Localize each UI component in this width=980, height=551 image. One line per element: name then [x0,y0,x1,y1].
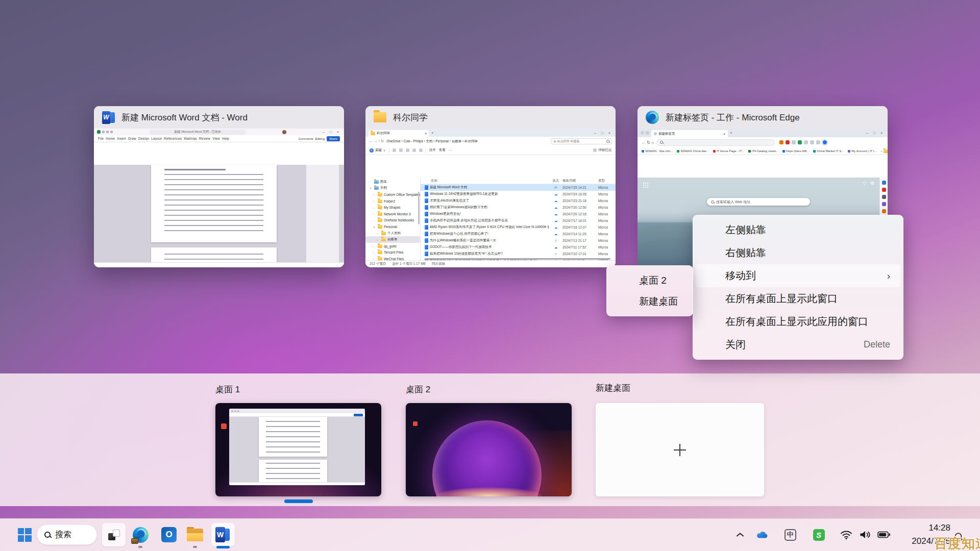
explorer-status-bar: 212 个项目 选中 1 个项目 1.17 MB 同步就绪 [365,260,616,267]
onedrive-icon[interactable] [754,525,770,544]
search-label: 搜索 [55,530,71,540]
explorer-sidebar: ›图库 ∨文档 ›Custom Office Templates ›Folder… [365,178,421,260]
submenu-item-new-desktop[interactable]: 新建桌面 [609,291,690,312]
window-thumbnail-word[interactable]: W 新建 Microsoft Word 文档 - Word 新建 Microso… [94,106,344,267]
edge-tab-strip: 新建标签页 × + – □ × [638,129,888,137]
menu-item-move-to[interactable]: 移动到 › [696,264,900,287]
menu-item-close[interactable]: 关闭 Delete [696,333,900,356]
submenu-arrow-icon: › [887,270,890,282]
desktop1-label: 桌面 1 [215,384,240,395]
file-row: 手机内存不记得选择,表现出日记,让你想多久都不会丢☁2024/7/17 16:0… [421,217,616,224]
start-button[interactable] [13,523,36,546]
share-button: Share [327,136,340,141]
desktop-app-icon [221,423,227,429]
sidebar-scrollbar [418,192,420,224]
redo-icon [110,131,113,133]
battery-icon[interactable] [876,525,892,544]
sidebar-item: ›qq_guild [365,243,420,249]
edge-titlebar: 新建标签页 - 工作 - Microsoft Edge [638,106,888,129]
details-icon [593,148,597,152]
taskbar-edge-button[interactable] [129,523,152,546]
explorer-file-list: 名称 状态 修改日期 类型 新建 Microsoft Word 文档⟳2024/… [421,178,616,260]
edge-favorites-bar: SDWAN - Site info... SDWAN China das... … [638,147,888,155]
file-row: 为什么Windows够的系统一直是固件重装一次✓2024/7/13 21:17M… [421,237,616,244]
menu-item-show-window-all-desktops[interactable]: 在所有桌面上显示此窗口 [696,287,900,310]
submenu-item-desktop2[interactable]: 桌面 2 [609,270,690,291]
taskbar-outlook-button[interactable]: O [157,523,181,546]
hidden-icons-chevron[interactable] [734,525,746,544]
search-icon [606,140,609,143]
cut-icon [393,148,396,152]
file-row: AMD Ryzen 9000系列等不及了,Ryzen 9 9GX CPU 性能比… [421,224,616,231]
folder-icon [371,132,375,135]
nav-arrows-icon: ← ↻ ⌂ [642,140,654,145]
desktop2-thumbnail[interactable] [406,403,572,496]
autosave-toggle-icon [97,130,101,134]
windows-logo-icon [18,528,32,542]
tab-actions-icon [646,131,649,135]
document-page-1 [151,165,277,242]
plus-icon [674,444,686,456]
taskbar-explorer-button[interactable] [183,523,207,546]
plus-icon: + [370,148,374,153]
task-view-button[interactable] [102,523,126,546]
bookmark: SDWAN China das... [677,149,709,153]
watermark: 百度知道 [934,535,980,551]
window-controls: – □ × [866,131,885,135]
explorer-toolbar: + 新建 ∨ 排序 查看 ··· 详细信息 [365,146,616,155]
volume-icon[interactable] [857,525,872,544]
word-side-panel [306,165,339,262]
address-bar [656,139,775,146]
running-indicator [193,546,197,548]
new-desktop-label: 新建桌面 [596,382,630,394]
bookmark: My Account | IT l... [848,149,876,153]
gear-icon: ⚙ [870,181,874,186]
sort-button: 排序 [429,148,436,153]
ime-indicator[interactable]: 中 [783,525,797,544]
menu-item-show-app-all-desktops[interactable]: 在所有桌面上显示此应用的窗口 [696,310,900,333]
sidebar-item: ›WeChat Files [365,256,420,260]
folder-icon [374,112,386,122]
explorer-tab-strip: 科尔同学 × + – □ × [365,129,616,137]
bookmark: SDWAN - Site info... [642,149,673,153]
sidebar-app-icon [882,202,886,206]
taskbar-search[interactable]: 搜索 [37,524,97,545]
new-desktop-button[interactable] [596,403,764,496]
menu-item-snap-left[interactable]: 左侧贴靠 [696,218,900,241]
share-icon [412,148,416,152]
word-titlebar: W 新建 Microsoft Word 文档 - Word [94,106,344,129]
explorer-navigation-bar: ← → ↑ ↻ OneDrive › Cole - Philips › 文档 ›… [365,137,616,146]
page-layout-grid-icon [643,182,648,188]
file-row: 才发现,electron原生也没了☁2024/7/23 21:18Micros [421,197,616,204]
edge-toolbar-icons [779,140,827,145]
list-header: 名称 状态 修改日期 类型 [421,178,616,184]
file-row: Windows 11 24H2更新将释放细节0-1改进更新☁2024/7/24 … [421,191,616,197]
menu-item-snap-right[interactable]: 右侧贴靠 [696,241,900,264]
taskbar-word-button[interactable]: W [211,523,235,546]
sidebar-app-icon [882,181,886,185]
folder-icon [884,149,888,153]
rename-icon [406,148,409,152]
sidebar-item: ›图库 [365,179,420,185]
horizontal-scrollbar [425,258,610,260]
sidebar-item: ›Network Monitor 3 [365,211,420,217]
editing-button: Editing [315,137,325,140]
search-icon [711,201,714,204]
search-icon [660,141,663,144]
details-button: 详细信息 [593,148,611,153]
active-app-indicator [216,546,230,548]
desktop1-thumbnail[interactable] [215,403,381,496]
sidebar-item: ∨Personal [365,223,420,230]
edge-icon [646,111,659,124]
wifi-icon[interactable] [839,525,853,544]
filter-icon: ▽ [863,181,866,186]
new-tab-icon: + [431,131,434,135]
word-icon: W [102,111,115,124]
save-icon [102,131,105,133]
profile-icon [641,131,644,135]
sidebar-item: ›Custom Office Templates [365,191,420,198]
breadcrumb: OneDrive › Cole - Philips › 文档 › Persona… [386,139,478,144]
window-thumbnail-explorer[interactable]: 科尔同学 科尔同学 × + – □ × ← → ↑ ↻ OneDrive › C… [365,106,616,267]
other-favorites: › 其他收藏夹 [880,149,888,154]
tray-app-icon[interactable]: S [812,525,826,544]
